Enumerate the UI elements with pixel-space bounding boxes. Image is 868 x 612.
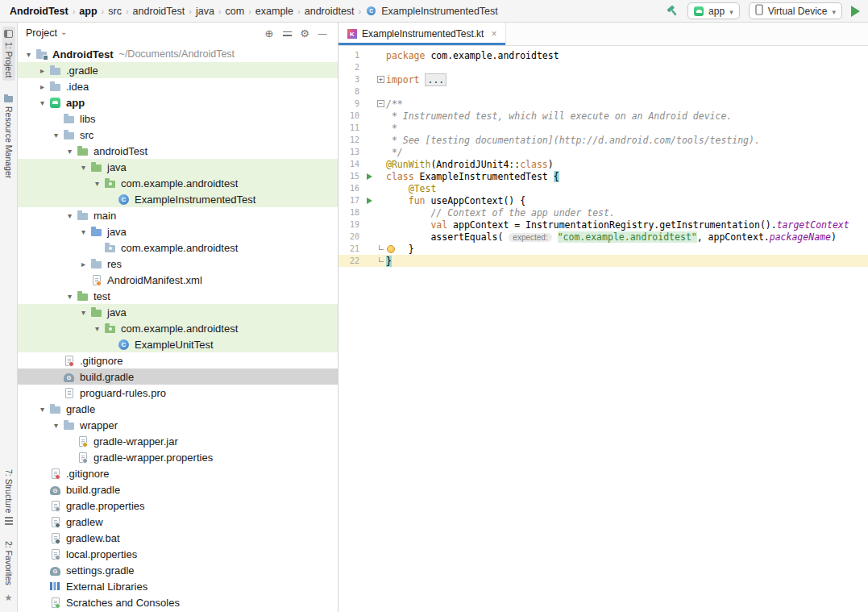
hide-panel-icon[interactable]	[315, 27, 330, 40]
fold-collapse-icon[interactable]	[377, 100, 384, 107]
breadcrumb-item[interactable]: AndroidTest	[8, 6, 70, 17]
tree-row[interactable]: wrapper	[18, 417, 338, 433]
tool-button-1-project[interactable]: 1: Project	[2, 27, 15, 81]
code-text[interactable]: import ...	[386, 74, 868, 85]
chevron-down-icon[interactable]	[50, 421, 62, 430]
breadcrumb-item[interactable]: app	[77, 6, 98, 17]
breadcrumb-item[interactable]: com	[224, 6, 247, 17]
tree-row[interactable]: java	[18, 223, 338, 239]
tree-row[interactable]: src	[18, 127, 338, 143]
tree-row[interactable]: .gitignore	[18, 465, 338, 481]
breadcrumb-item[interactable]: ExampleInstrumentedTest	[380, 6, 500, 17]
chevron-right-icon[interactable]	[77, 260, 89, 269]
tree-row[interactable]: .gitignore	[18, 352, 338, 368]
chevron-down-icon[interactable]	[23, 50, 35, 59]
tree-row[interactable]: java	[18, 159, 338, 175]
tool-button-2-favorites[interactable]: 2: Favorites	[2, 538, 15, 607]
chevron-down-icon[interactable]	[64, 147, 76, 156]
code-text[interactable]: * Instrumented test, which will execute …	[386, 110, 868, 122]
code-text[interactable]: fun useAppContext() {	[386, 195, 868, 206]
tree-row[interactable]: com.example.androidtest	[18, 239, 338, 256]
code-text[interactable]: }	[386, 244, 868, 255]
tree-row[interactable]: CExampleUnitTest	[18, 336, 338, 352]
tree-row[interactable]: AndroidManifest.xml	[18, 272, 338, 288]
tree-row[interactable]: .gradle	[18, 62, 338, 78]
run-config-select[interactable]: app	[687, 2, 740, 19]
panel-title[interactable]: Project	[26, 27, 57, 39]
tree-row[interactable]: gradlew.bat	[18, 530, 338, 546]
chevron-down-icon[interactable]	[77, 308, 89, 317]
tree-row[interactable]: External Libraries	[18, 578, 338, 594]
device-select[interactable]: Virtual Device	[749, 2, 842, 19]
tree-row[interactable]: gradle-wrapper.jar	[18, 433, 338, 449]
code-text[interactable]: }	[386, 256, 868, 267]
code-text[interactable]: // Context of the app under test.	[386, 207, 868, 219]
tree-row[interactable]: androidTest	[18, 143, 338, 159]
fold-column[interactable]	[376, 76, 386, 83]
tree-row[interactable]: gradle-wrapper.properties	[18, 449, 338, 465]
code-text[interactable]: package com.example.androidtest	[386, 50, 868, 61]
code-text[interactable]: @RunWith(AndroidJUnit4::class)	[386, 159, 868, 170]
fold-expand-icon[interactable]	[377, 76, 384, 83]
run-test-icon[interactable]	[367, 198, 372, 204]
code-text[interactable]: * See [testing documentation](http://d.a…	[386, 135, 868, 146]
tree-row[interactable]: Gbuild.gradle	[18, 481, 338, 498]
code-text[interactable]: assertEquals( expected: "com.example.and…	[386, 231, 868, 243]
breadcrumb-item[interactable]: src	[106, 6, 123, 17]
settings-gear-icon[interactable]	[297, 27, 312, 40]
tree-row[interactable]: .idea	[18, 78, 338, 94]
code-text[interactable]: class ExampleInstrumentedTest {	[386, 171, 868, 182]
chevron-down-icon[interactable]	[64, 211, 76, 220]
breadcrumb-item[interactable]: java	[194, 6, 216, 17]
editor-tab[interactable]: ExampleInstrumentedTest.kt	[338, 23, 506, 45]
tree-row[interactable]: res	[18, 256, 338, 272]
build-hammer-icon[interactable]	[666, 5, 679, 18]
gutter-slot[interactable]	[363, 198, 376, 204]
close-tab-icon[interactable]	[491, 28, 496, 40]
tree-row[interactable]: CExampleInstrumentedTest	[18, 191, 338, 207]
tree-row[interactable]: local.properties	[18, 546, 338, 562]
chevron-right-icon[interactable]	[36, 82, 48, 91]
gutter-slot[interactable]	[363, 173, 376, 180]
tree-row[interactable]: gradle.properties	[18, 498, 338, 514]
breadcrumb-item[interactable]: androidtest	[303, 6, 356, 17]
code-text[interactable]: */	[386, 147, 868, 158]
chevron-down-icon[interactable]	[77, 227, 89, 236]
tool-button-7-structure[interactable]: 7: Structure	[2, 466, 15, 528]
tree-row[interactable]: gradle	[18, 401, 338, 417]
breadcrumb-item[interactable]: androidTest	[131, 6, 187, 17]
chevron-down-icon[interactable]	[50, 131, 62, 139]
chevron-right-icon[interactable]	[36, 66, 48, 75]
tree-row[interactable]: libs	[18, 110, 338, 127]
code-text[interactable]: /**	[386, 98, 868, 110]
chevron-down-icon[interactable]	[36, 405, 48, 414]
run-button[interactable]	[851, 6, 860, 17]
run-test-icon[interactable]	[367, 173, 372, 180]
tool-button-resource-manager[interactable]: Resource Manager	[2, 90, 15, 181]
fold-column[interactable]	[376, 100, 386, 107]
chevron-down-icon[interactable]	[91, 179, 103, 188]
tree-row[interactable]: com.example.androidtest	[18, 175, 338, 191]
code-text[interactable]: val appContext = InstrumentationRegistry…	[386, 219, 868, 231]
code-text[interactable]: *	[386, 123, 868, 134]
chevron-down-icon[interactable]	[64, 292, 76, 301]
tree-row[interactable]: proguard-rules.pro	[18, 385, 338, 401]
tree-row[interactable]: gradlew	[18, 514, 338, 530]
tree-row[interactable]: Gsettings.gradle	[18, 562, 338, 578]
chevron-down-icon[interactable]	[36, 98, 48, 107]
code-text[interactable]: @Test	[386, 183, 868, 194]
tree-row[interactable]: Scratches and Consoles	[18, 594, 338, 610]
fold-column[interactable]	[376, 248, 386, 250]
intention-bulb-icon[interactable]	[387, 245, 395, 253]
tree-row[interactable]: AndroidTest~/Documents/AndroidTest	[18, 46, 338, 62]
editor-body[interactable]: 1package com.example.androidtest23import…	[338, 46, 868, 612]
tree-row[interactable]: app	[18, 94, 338, 110]
tree-row[interactable]: java	[18, 304, 338, 320]
view-options-button[interactable]	[280, 27, 294, 40]
chevron-down-icon[interactable]	[77, 163, 89, 172]
breadcrumb-item[interactable]: example	[254, 6, 295, 17]
chevron-down-icon[interactable]	[91, 324, 103, 333]
tree-row[interactable]: main	[18, 207, 338, 223]
fold-column[interactable]	[376, 260, 386, 262]
tree-row[interactable]: Gbuild.gradle	[18, 368, 338, 385]
